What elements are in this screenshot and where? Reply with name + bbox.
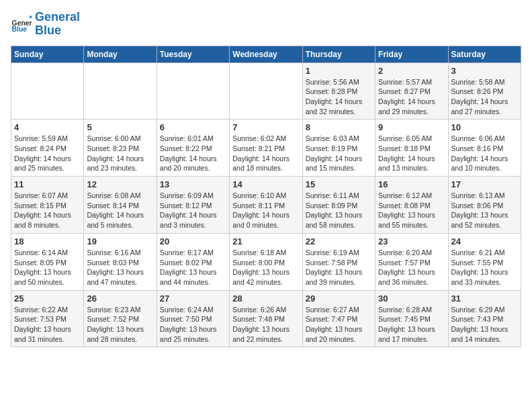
calendar-cell: 18Sunrise: 6:14 AM Sunset: 8:05 PM Dayli…: [11, 233, 84, 290]
day-info: Sunrise: 6:10 AM Sunset: 8:11 PM Dayligh…: [232, 191, 299, 230]
day-info: Sunrise: 6:27 AM Sunset: 7:47 PM Dayligh…: [306, 305, 372, 345]
day-info: Sunrise: 6:20 AM Sunset: 7:57 PM Dayligh…: [378, 248, 445, 287]
day-info: Sunrise: 6:06 AM Sunset: 8:16 PM Dayligh…: [451, 134, 518, 173]
day-info: Sunrise: 6:22 AM Sunset: 7:53 PM Dayligh…: [14, 305, 81, 345]
day-number: 14: [232, 179, 299, 189]
day-info: Sunrise: 6:09 AM Sunset: 8:12 PM Dayligh…: [160, 191, 226, 230]
day-info: Sunrise: 6:18 AM Sunset: 8:00 PM Dayligh…: [232, 248, 299, 287]
calendar-cell: 11Sunrise: 6:07 AM Sunset: 8:15 PM Dayli…: [11, 177, 84, 234]
day-number: 7: [232, 122, 299, 132]
day-number: 3: [451, 66, 518, 76]
week-row-2: 4Sunrise: 5:59 AM Sunset: 8:24 PM Daylig…: [11, 120, 521, 177]
day-number: 10: [451, 122, 518, 132]
day-number: 26: [87, 293, 153, 304]
day-info: Sunrise: 5:59 AM Sunset: 8:24 PM Dayligh…: [14, 134, 81, 173]
day-info: Sunrise: 6:26 AM Sunset: 7:48 PM Dayligh…: [232, 305, 299, 345]
day-number: 5: [87, 122, 153, 132]
day-number: 22: [306, 236, 372, 246]
day-info: Sunrise: 6:08 AM Sunset: 8:14 PM Dayligh…: [87, 191, 153, 230]
day-number: 13: [160, 179, 226, 189]
week-row-4: 18Sunrise: 6:14 AM Sunset: 8:05 PM Dayli…: [11, 233, 521, 290]
calendar-cell: 22Sunrise: 6:19 AM Sunset: 7:58 PM Dayli…: [302, 233, 375, 290]
day-number: 1: [306, 66, 372, 76]
header-saturday: Saturday: [448, 46, 521, 62]
calendar-cell: 27Sunrise: 6:24 AM Sunset: 7:50 PM Dayli…: [157, 290, 229, 347]
day-info: Sunrise: 5:58 AM Sunset: 8:26 PM Dayligh…: [451, 77, 518, 117]
day-info: Sunrise: 6:21 AM Sunset: 7:55 PM Dayligh…: [451, 248, 518, 287]
logo-text: GeneralBlue: [35, 11, 80, 38]
day-number: 11: [14, 179, 81, 189]
calendar-cell: 15Sunrise: 6:11 AM Sunset: 8:09 PM Dayli…: [302, 177, 375, 234]
day-info: Sunrise: 6:16 AM Sunset: 8:03 PM Dayligh…: [87, 248, 153, 287]
day-number: 23: [378, 236, 445, 246]
calendar-table: SundayMondayTuesdayWednesdayThursdayFrid…: [11, 46, 521, 348]
calendar-cell: 29Sunrise: 6:27 AM Sunset: 7:47 PM Dayli…: [302, 290, 375, 347]
calendar-cell: 2Sunrise: 5:57 AM Sunset: 8:27 PM Daylig…: [375, 62, 448, 120]
week-row-1: 1Sunrise: 5:56 AM Sunset: 8:28 PM Daylig…: [11, 62, 521, 120]
logo: General Blue GeneralBlue: [11, 11, 80, 38]
calendar-cell: 17Sunrise: 6:13 AM Sunset: 8:06 PM Dayli…: [448, 177, 521, 234]
calendar-cell: 3Sunrise: 5:58 AM Sunset: 8:26 PM Daylig…: [448, 62, 521, 120]
calendar-cell: 24Sunrise: 6:21 AM Sunset: 7:55 PM Dayli…: [448, 233, 521, 290]
svg-marker-2: [29, 15, 32, 17]
calendar-cell: 10Sunrise: 6:06 AM Sunset: 8:16 PM Dayli…: [448, 120, 521, 177]
day-number: 15: [306, 179, 372, 189]
logo-icon: General Blue: [11, 13, 32, 35]
day-info: Sunrise: 6:28 AM Sunset: 7:45 PM Dayligh…: [378, 305, 445, 345]
week-row-5: 25Sunrise: 6:22 AM Sunset: 7:53 PM Dayli…: [11, 290, 521, 347]
day-number: 20: [160, 236, 226, 246]
calendar-cell: [230, 62, 302, 120]
day-number: 29: [306, 293, 372, 304]
day-number: 24: [451, 236, 518, 246]
header-monday: Monday: [84, 46, 157, 62]
day-number: 17: [451, 179, 518, 189]
day-info: Sunrise: 6:11 AM Sunset: 8:09 PM Dayligh…: [306, 191, 372, 230]
day-info: Sunrise: 6:03 AM Sunset: 8:19 PM Dayligh…: [306, 134, 372, 173]
day-info: Sunrise: 6:02 AM Sunset: 8:21 PM Dayligh…: [232, 134, 299, 173]
day-number: 27: [160, 293, 226, 304]
day-info: Sunrise: 6:24 AM Sunset: 7:50 PM Dayligh…: [160, 305, 226, 345]
day-number: 31: [451, 293, 518, 304]
calendar-header-row: SundayMondayTuesdayWednesdayThursdayFrid…: [11, 46, 521, 62]
header-tuesday: Tuesday: [157, 46, 229, 62]
calendar-cell: 7Sunrise: 6:02 AM Sunset: 8:21 PM Daylig…: [230, 120, 302, 177]
calendar-cell: 25Sunrise: 6:22 AM Sunset: 7:53 PM Dayli…: [11, 290, 84, 347]
calendar-cell: 14Sunrise: 6:10 AM Sunset: 8:11 PM Dayli…: [230, 177, 302, 234]
day-info: Sunrise: 6:17 AM Sunset: 8:02 PM Dayligh…: [160, 248, 226, 287]
calendar-cell: 19Sunrise: 6:16 AM Sunset: 8:03 PM Dayli…: [84, 233, 157, 290]
calendar-cell: 4Sunrise: 5:59 AM Sunset: 8:24 PM Daylig…: [11, 120, 84, 177]
day-number: 18: [14, 236, 81, 246]
header-wednesday: Wednesday: [230, 46, 302, 62]
day-info: Sunrise: 6:12 AM Sunset: 8:08 PM Dayligh…: [378, 191, 445, 230]
calendar-cell: 1Sunrise: 5:56 AM Sunset: 8:28 PM Daylig…: [302, 62, 375, 120]
day-info: Sunrise: 6:14 AM Sunset: 8:05 PM Dayligh…: [14, 248, 81, 287]
calendar-cell: 23Sunrise: 6:20 AM Sunset: 7:57 PM Dayli…: [375, 233, 448, 290]
calendar-cell: 20Sunrise: 6:17 AM Sunset: 8:02 PM Dayli…: [157, 233, 229, 290]
day-number: 16: [378, 179, 445, 189]
day-number: 12: [87, 179, 153, 189]
week-row-3: 11Sunrise: 6:07 AM Sunset: 8:15 PM Dayli…: [11, 177, 521, 234]
calendar-cell: [84, 62, 157, 120]
calendar-cell: 8Sunrise: 6:03 AM Sunset: 8:19 PM Daylig…: [302, 120, 375, 177]
day-info: Sunrise: 5:56 AM Sunset: 8:28 PM Dayligh…: [306, 77, 372, 117]
day-info: Sunrise: 6:13 AM Sunset: 8:06 PM Dayligh…: [451, 191, 518, 230]
day-number: 2: [378, 66, 445, 76]
calendar-cell: 13Sunrise: 6:09 AM Sunset: 8:12 PM Dayli…: [157, 177, 229, 234]
day-info: Sunrise: 6:29 AM Sunset: 7:43 PM Dayligh…: [451, 305, 518, 345]
day-info: Sunrise: 6:23 AM Sunset: 7:52 PM Dayligh…: [87, 305, 153, 345]
day-number: 30: [378, 293, 445, 304]
calendar-cell: 5Sunrise: 6:00 AM Sunset: 8:23 PM Daylig…: [84, 120, 157, 177]
header-thursday: Thursday: [302, 46, 375, 62]
svg-text:Blue: Blue: [12, 26, 28, 33]
calendar-cell: 12Sunrise: 6:08 AM Sunset: 8:14 PM Dayli…: [84, 177, 157, 234]
day-number: 19: [87, 236, 153, 246]
calendar-cell: 31Sunrise: 6:29 AM Sunset: 7:43 PM Dayli…: [448, 290, 521, 347]
calendar-cell: 26Sunrise: 6:23 AM Sunset: 7:52 PM Dayli…: [84, 290, 157, 347]
calendar-cell: 6Sunrise: 6:01 AM Sunset: 8:22 PM Daylig…: [157, 120, 229, 177]
calendar-cell: 30Sunrise: 6:28 AM Sunset: 7:45 PM Dayli…: [375, 290, 448, 347]
calendar-cell: 21Sunrise: 6:18 AM Sunset: 8:00 PM Dayli…: [230, 233, 302, 290]
calendar-cell: [157, 62, 229, 120]
header-sunday: Sunday: [11, 46, 84, 62]
calendar-cell: 28Sunrise: 6:26 AM Sunset: 7:48 PM Dayli…: [230, 290, 302, 347]
day-info: Sunrise: 5:57 AM Sunset: 8:27 PM Dayligh…: [378, 77, 445, 117]
